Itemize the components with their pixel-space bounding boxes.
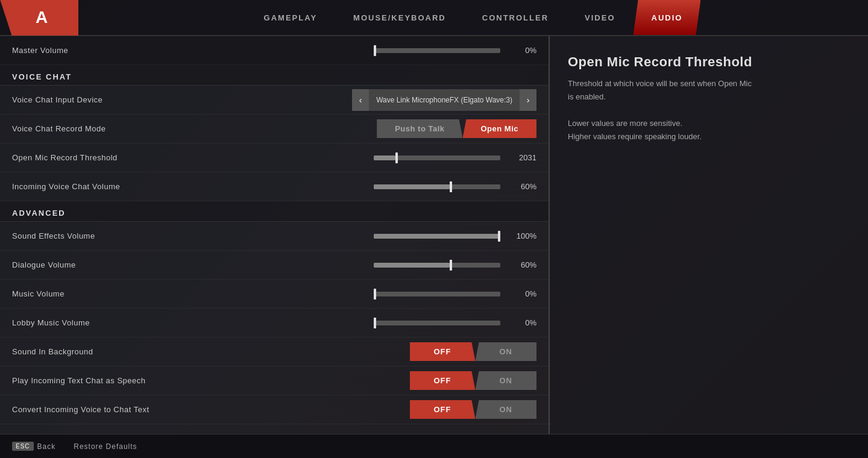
- incoming-voice-chat-volume-slider-track[interactable]: [374, 184, 500, 189]
- music-volume-row: Music Volume 0%: [0, 280, 549, 309]
- dialogue-volume-slider-track[interactable]: [374, 263, 500, 268]
- dialogue-volume-control: 60%: [326, 260, 536, 269]
- play-incoming-text-chat-off[interactable]: Off: [410, 371, 476, 390]
- lobby-music-volume-row: Lobby Music Volume 0%: [0, 309, 549, 337]
- dialogue-volume-slider-container: 60%: [374, 260, 536, 269]
- tab-controller[interactable]: CONTROLLER: [464, 0, 567, 35]
- incoming-voice-chat-volume-control: 60%: [326, 182, 536, 191]
- record-mode-group: Push to Talk Open Mic: [377, 119, 536, 138]
- settings-panel: Master Volume 0% VOICE CHAT Voice Chat I…: [0, 36, 549, 458]
- master-volume-slider-thumb[interactable]: [374, 45, 376, 56]
- master-volume-slider-container: 0%: [374, 46, 536, 55]
- info-panel: Open Mic Record Threshold Threshold at w…: [549, 36, 868, 458]
- device-prev-arrow[interactable]: ‹: [352, 89, 369, 111]
- main-content: Master Volume 0% VOICE CHAT Voice Chat I…: [0, 36, 868, 458]
- dialogue-volume-row: Dialogue Volume 60%: [0, 251, 549, 280]
- play-incoming-text-chat-control: Off On: [326, 371, 536, 390]
- dialogue-volume-slider-thumb[interactable]: [450, 260, 452, 271]
- open-mic-threshold-row: Open Mic Record Threshold 2031: [0, 143, 549, 172]
- convert-incoming-voice-on[interactable]: On: [476, 400, 537, 419]
- footer: ESC Back Restore Defaults: [0, 434, 868, 458]
- music-volume-control: 0%: [326, 289, 536, 298]
- convert-incoming-voice-label: Convert Incoming Voice to Chat Text: [12, 405, 326, 414]
- music-volume-slider-container: 0%: [374, 289, 536, 298]
- open-mic-threshold-control: 2031: [326, 153, 536, 162]
- music-volume-value: 0%: [506, 289, 536, 298]
- device-selector: ‹ Wave Link MicrophoneFX (Elgato Wave:3)…: [352, 89, 536, 111]
- music-volume-slider-track[interactable]: [374, 292, 500, 296]
- back-key: ESC: [12, 442, 34, 451]
- incoming-voice-chat-volume-label: Incoming Voice Chat Volume: [12, 182, 326, 191]
- master-volume-slider-track[interactable]: [374, 48, 500, 53]
- lobby-music-volume-slider-container: 0%: [374, 318, 536, 327]
- sound-in-background-off[interactable]: Off: [410, 342, 476, 361]
- back-label: Back: [37, 442, 56, 451]
- sound-effects-volume-slider-thumb[interactable]: [498, 231, 500, 242]
- advanced-section-header: ADVANCED: [0, 201, 549, 222]
- dialogue-volume-slider-fill: [374, 263, 450, 268]
- open-mic-threshold-slider-thumb[interactable]: [395, 152, 398, 163]
- open-mic-threshold-slider-container: 2031: [374, 153, 536, 162]
- tab-mouse-keyboard[interactable]: MOUSE/KEYBOARD: [335, 0, 464, 35]
- master-volume-label: Master Volume: [12, 46, 326, 55]
- back-button[interactable]: ESC Back: [12, 442, 55, 451]
- sound-in-background-control: Off On: [326, 342, 536, 361]
- lobby-music-volume-label: Lobby Music Volume: [12, 318, 326, 327]
- master-volume-control: 0%: [326, 46, 536, 55]
- restore-defaults-button[interactable]: Restore Defaults: [74, 442, 137, 451]
- master-volume-value: 0%: [506, 46, 536, 55]
- info-panel-title: Open Mic Record Threshold: [568, 54, 850, 70]
- device-name: Wave Link MicrophoneFX (Elgato Wave:3): [369, 89, 520, 111]
- incoming-voice-chat-volume-slider-fill: [374, 184, 450, 189]
- sound-in-background-toggle: Off On: [410, 342, 537, 361]
- sound-effects-volume-slider-track[interactable]: [374, 234, 500, 239]
- logo-area: A: [0, 0, 78, 36]
- info-panel-description: Threshold at which voice will be sent wh…: [568, 77, 850, 143]
- tab-audio[interactable]: AUDIO: [634, 0, 701, 35]
- sound-in-background-label: Sound In Background: [12, 347, 326, 356]
- open-mic-button[interactable]: Open Mic: [462, 119, 536, 138]
- sound-effects-volume-value: 100%: [506, 231, 536, 240]
- sound-effects-volume-row: Sound Effects Volume 100%: [0, 222, 549, 251]
- dialogue-volume-value: 60%: [506, 260, 536, 269]
- sound-in-background-row: Sound In Background Off On: [0, 337, 549, 366]
- info-desc-line4: Lower values are more sensitive.: [568, 119, 682, 128]
- sound-effects-volume-label: Sound Effects Volume: [12, 231, 326, 240]
- convert-incoming-voice-toggle: Off On: [410, 400, 537, 419]
- lobby-music-volume-control: 0%: [326, 318, 536, 327]
- convert-incoming-voice-control: Off On: [326, 400, 536, 419]
- music-volume-label: Music Volume: [12, 289, 326, 298]
- open-mic-threshold-label: Open Mic Record Threshold: [12, 153, 326, 162]
- incoming-voice-chat-volume-value: 60%: [506, 182, 536, 191]
- sound-effects-volume-slider-fill: [374, 234, 500, 239]
- lobby-music-volume-value: 0%: [506, 318, 536, 327]
- push-to-talk-button[interactable]: Push to Talk: [377, 119, 462, 138]
- open-mic-threshold-value: 2031: [506, 153, 536, 162]
- play-incoming-text-chat-row: Play Incoming Text Chat as Speech Off On: [0, 366, 549, 395]
- play-incoming-text-chat-on[interactable]: On: [476, 371, 537, 390]
- open-mic-threshold-slider-fill: [374, 155, 395, 160]
- sound-in-background-on[interactable]: On: [476, 342, 537, 361]
- open-mic-threshold-slider-track[interactable]: [374, 155, 500, 160]
- lobby-music-volume-slider-track[interactable]: [374, 321, 500, 325]
- play-incoming-text-chat-toggle: Off On: [410, 371, 537, 390]
- voice-chat-record-mode-label: Voice Chat Record Mode: [12, 124, 326, 133]
- play-incoming-text-chat-label: Play Incoming Text Chat as Speech: [12, 376, 326, 385]
- info-desc-line1: Threshold at which voice will be sent wh…: [568, 79, 752, 88]
- master-volume-row: Master Volume 0%: [0, 36, 549, 65]
- nav-tabs: GAMEPLAY MOUSE/KEYBOARD CONTROLLER VIDEO…: [78, 0, 868, 35]
- voice-chat-input-device-row: Voice Chat Input Device ‹ Wave Link Micr…: [0, 86, 549, 114]
- device-next-arrow[interactable]: ›: [520, 89, 536, 111]
- tab-gameplay[interactable]: GAMEPLAY: [246, 0, 335, 35]
- tab-video[interactable]: VIDEO: [567, 0, 633, 35]
- voice-chat-input-device-control: ‹ Wave Link MicrophoneFX (Elgato Wave:3)…: [326, 89, 536, 111]
- music-volume-slider-thumb[interactable]: [374, 289, 376, 300]
- dialogue-volume-label: Dialogue Volume: [12, 260, 326, 269]
- convert-incoming-voice-row: Convert Incoming Voice to Chat Text Off …: [0, 395, 549, 424]
- incoming-voice-chat-volume-slider-thumb[interactable]: [450, 181, 452, 192]
- convert-incoming-voice-off[interactable]: Off: [410, 400, 476, 419]
- sound-effects-volume-slider-container: 100%: [374, 231, 536, 240]
- info-desc-line5: Higher values require speaking louder.: [568, 132, 702, 141]
- voice-chat-record-mode-row: Voice Chat Record Mode Push to Talk Open…: [0, 114, 549, 143]
- lobby-music-volume-slider-thumb[interactable]: [374, 318, 376, 328]
